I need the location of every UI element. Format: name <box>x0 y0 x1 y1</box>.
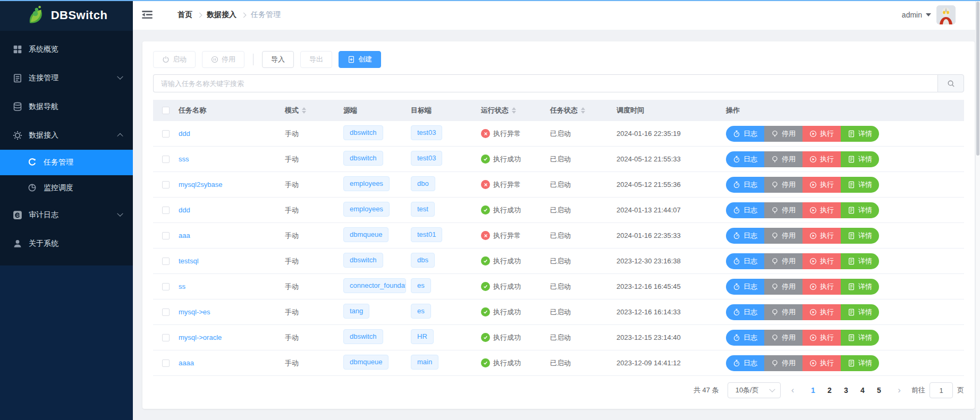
breadcrumb-data-access[interactable]: 数据接入 <box>207 10 236 20</box>
page-number-button[interactable]: 4 <box>854 382 871 398</box>
user-menu[interactable]: admin <box>902 11 931 19</box>
execute-action-button[interactable]: 执行 <box>802 355 841 371</box>
task-name-link[interactable]: ddd <box>179 130 190 138</box>
detail-action-button[interactable]: 详情 <box>841 228 879 244</box>
start-button[interactable]: 启动 <box>153 51 196 68</box>
sidebar-item-task-mgmt[interactable]: 任务管理 <box>0 150 133 175</box>
detail-action-button[interactable]: 详情 <box>841 177 879 193</box>
row-checkbox[interactable] <box>162 258 170 265</box>
goto-page-input[interactable] <box>930 382 953 398</box>
stop-action-button[interactable]: 停用 <box>764 304 802 320</box>
stop-action-button[interactable]: 停用 <box>764 330 802 346</box>
stop-action-button[interactable]: 停用 <box>764 279 802 295</box>
sort-control[interactable] <box>512 105 516 116</box>
next-page-button[interactable]: › <box>895 385 903 396</box>
breadcrumb-separator-icon <box>241 12 247 18</box>
detail-action-label: 详情 <box>858 307 872 317</box>
row-checkbox[interactable] <box>162 156 170 163</box>
execute-action-button[interactable]: 执行 <box>802 279 841 295</box>
sort-control[interactable] <box>302 105 306 116</box>
task-name-link[interactable]: aaa <box>179 232 190 239</box>
task-name-link[interactable]: ss <box>179 282 185 290</box>
row-checkbox[interactable] <box>162 308 170 316</box>
sidebar-collapse-button[interactable] <box>139 7 155 23</box>
search-button[interactable] <box>937 74 964 92</box>
execute-action-button[interactable]: 执行 <box>802 177 841 193</box>
log-action-button[interactable]: 日志 <box>726 253 764 269</box>
log-action-button[interactable]: 日志 <box>726 151 764 167</box>
select-all-checkbox[interactable] <box>162 107 170 114</box>
stop-action-button[interactable]: 停用 <box>764 228 802 244</box>
log-action-button[interactable]: 日志 <box>726 228 764 244</box>
execute-action-button[interactable]: 执行 <box>802 304 841 320</box>
row-checkbox[interactable] <box>162 130 170 138</box>
search-input[interactable] <box>153 74 937 92</box>
task-name-link[interactable]: testsql <box>179 257 199 265</box>
detail-action-button[interactable]: 详情 <box>841 151 879 167</box>
import-button[interactable]: 导入 <box>262 51 294 68</box>
row-checkbox[interactable] <box>162 207 170 214</box>
stop-action-button[interactable]: 停用 <box>764 151 802 167</box>
log-action-button[interactable]: 日志 <box>726 279 764 295</box>
stopwatch-icon <box>733 207 740 214</box>
task-name-link[interactable]: mysql2sybase <box>179 181 222 188</box>
detail-action-button[interactable]: 详情 <box>841 330 879 346</box>
execute-action-button[interactable]: 执行 <box>802 151 841 167</box>
scrollbar-thumb[interactable] <box>976 2 979 156</box>
sidebar-item-data-navigation[interactable]: 数据导航 <box>0 92 133 121</box>
window-scrollbar[interactable] <box>975 0 980 420</box>
log-action-button[interactable]: 日志 <box>726 355 764 371</box>
detail-action-button[interactable]: 详情 <box>841 304 879 320</box>
page-number-button[interactable]: 1 <box>805 382 821 398</box>
sidebar-item-data-access[interactable]: 数据接入 <box>0 121 133 150</box>
log-action-button[interactable]: 日志 <box>726 126 764 142</box>
task-name-link[interactable]: ddd <box>179 206 190 214</box>
detail-action-button[interactable]: 详情 <box>841 355 879 371</box>
sidebar-item-system-overview[interactable]: 系统概览 <box>0 35 133 64</box>
task-name-link[interactable]: mysql->oracle <box>179 333 222 341</box>
task-name-link[interactable]: aaaa <box>179 359 194 367</box>
stop-button[interactable]: 停用 <box>202 51 244 68</box>
execute-action-button[interactable]: 执行 <box>802 330 841 346</box>
prev-page-button[interactable]: ‹ <box>789 385 797 396</box>
stop-action-button[interactable]: 停用 <box>764 126 802 142</box>
page-number-button[interactable]: 5 <box>871 382 887 398</box>
execute-action-button[interactable]: 执行 <box>802 228 841 244</box>
log-action-button[interactable]: 日志 <box>726 177 764 193</box>
breadcrumb-home[interactable]: 首页 <box>178 10 192 20</box>
page-number-button[interactable]: 2 <box>821 382 838 398</box>
mode-cell: 手动 <box>285 282 343 292</box>
page-size-select[interactable]: 10条/页 <box>728 382 781 398</box>
log-action-button[interactable]: 日志 <box>726 330 764 346</box>
execute-action-button[interactable]: 执行 <box>802 253 841 269</box>
sidebar-item-connection-mgmt[interactable]: 连接管理 <box>0 64 133 92</box>
row-checkbox[interactable] <box>162 232 170 239</box>
create-button[interactable]: 创建 <box>339 51 381 68</box>
log-action-button[interactable]: 日志 <box>726 304 764 320</box>
sort-control[interactable] <box>581 105 585 116</box>
detail-action-button[interactable]: 详情 <box>841 126 879 142</box>
sidebar-item-about-system[interactable]: 关于系统 <box>0 229 133 258</box>
execute-action-button[interactable]: 执行 <box>802 126 841 142</box>
execute-action-button[interactable]: 执行 <box>802 202 841 218</box>
stop-action-button[interactable]: 停用 <box>764 177 802 193</box>
sidebar-item-monitor-schedule[interactable]: 监控调度 <box>0 175 133 201</box>
row-checkbox[interactable] <box>162 283 170 290</box>
detail-action-button[interactable]: 详情 <box>841 279 879 295</box>
stop-action-button[interactable]: 停用 <box>764 355 802 371</box>
row-checkbox[interactable] <box>162 181 170 188</box>
logo[interactable]: DBSwitch <box>0 0 133 31</box>
detail-action-button[interactable]: 详情 <box>841 253 879 269</box>
row-checkbox[interactable] <box>162 359 170 367</box>
stop-action-button[interactable]: 停用 <box>764 253 802 269</box>
avatar[interactable] <box>936 5 956 24</box>
log-action-button[interactable]: 日志 <box>726 202 764 218</box>
detail-action-button[interactable]: 详情 <box>841 202 879 218</box>
export-button[interactable]: 导出 <box>300 51 332 68</box>
sidebar-item-audit-log[interactable]: 审计日志 <box>0 201 133 229</box>
row-checkbox[interactable] <box>162 334 170 341</box>
task-name-link[interactable]: mysql->es <box>179 308 210 316</box>
task-name-link[interactable]: sss <box>179 155 189 163</box>
stop-action-button[interactable]: 停用 <box>764 202 802 218</box>
page-number-button[interactable]: 3 <box>838 382 854 398</box>
